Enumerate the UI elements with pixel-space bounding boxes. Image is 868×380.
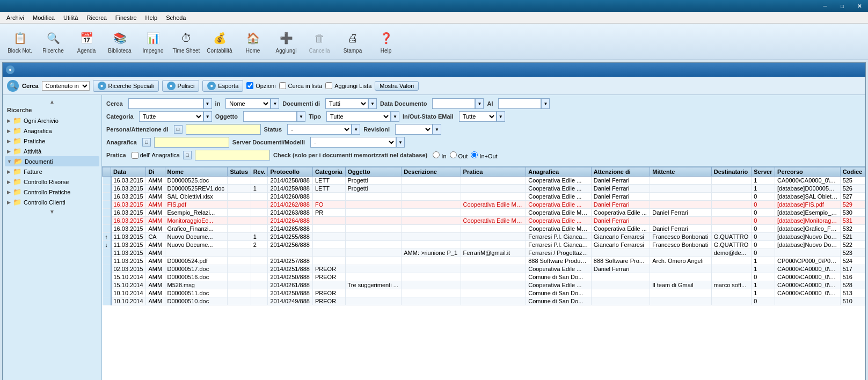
table-row[interactable]: 02.03.2015AMMD00000517.doc2014/0251/888P… [103,265,865,273]
status-dropdown-btn[interactable]: ▼ [352,124,360,135]
table-row[interactable]: 15.10.2014AMMD00000516.doc2014/0250/888P… [103,273,865,281]
sidebar-item-documenti[interactable]: ▼ 📂 Documenti [5,156,99,166]
anagrafica-input[interactable] [154,137,229,148]
menu-scheda[interactable]: Scheda [162,13,190,22]
col-nome[interactable]: Nome [165,167,228,177]
data-to-input[interactable] [498,98,541,109]
search-icon-btn[interactable]: 🔍 [7,80,19,92]
cancella-button[interactable]: 🗑 Cancella [304,26,335,57]
revisioni-select[interactable] [395,124,433,135]
status-select[interactable]: - [287,124,352,135]
persona-input[interactable] [186,124,261,135]
table-row[interactable]: 10.10.2014AMMD00000510.doc2014/0249/888P… [103,297,865,305]
categoria-select[interactable]: Tutte [139,111,203,122]
minimize-button[interactable]: ─ [816,0,834,12]
opzioni-checkbox-label[interactable]: Opzioni [246,82,275,89]
col-categoria[interactable]: Categoria [312,167,345,177]
table-row[interactable]: 16.03.2015AMMD00000525REV1.doc12014/0259… [103,185,865,193]
table-row[interactable]: 15.10.2014AMMM528.msg2014/0261/888Tre su… [103,281,865,289]
categoria-dropdown-btn[interactable]: ▼ [203,111,212,122]
table-row[interactable]: 16.03.2015AMMFIS.pdf2014/0262/888FOCoope… [103,201,865,209]
col-di[interactable]: Di [146,167,165,177]
home-button[interactable]: 🏠 Home [237,26,268,57]
data-from-dropdown-btn[interactable]: ▼ [475,98,484,109]
col-attenzione[interactable]: Attenzione di [591,167,650,177]
agenda-button[interactable]: 📅 Agenda [71,26,102,57]
col-destinatario[interactable]: Destinatario [711,167,752,177]
dell-anagrafica-label[interactable]: dell' Anagrafica [132,152,180,159]
sidebar-item-controllo-risorse[interactable]: ▶ 📁 Controllo Risorse [5,177,99,187]
data-from-input[interactable] [432,98,475,109]
col-anagrafica[interactable]: Anagrafica [526,167,592,177]
in-dropdown-btn[interactable]: ▼ [271,98,279,109]
radio-in-label[interactable]: In [433,151,446,159]
col-status[interactable]: Status [228,167,251,177]
table-row[interactable]: ↑11.03.2015CANuovo Docume...12014/0255/8… [103,233,865,241]
cerca-in-lista-checkbox[interactable] [279,82,286,89]
opzioni-checkbox[interactable] [246,82,253,89]
cerca-dropdown-btn[interactable]: ▼ [203,98,212,109]
table-row[interactable]: 10.10.2014AMMD00000511.doc2014/0250/888P… [103,289,865,297]
table-row[interactable]: 11.03.2015AMMAMM: >riunione P_1FerrariM@… [103,249,865,257]
documenti-di-dropdown-btn[interactable]: ▼ [368,98,377,109]
sidebar-scroll-up[interactable]: ▲ [5,97,99,106]
aggiungi-lista-checkbox-label[interactable]: Aggiungi Lista [325,82,371,89]
sidebar-item-pratiche[interactable]: ▶ 📁 Pratiche [5,136,99,146]
esporta-button[interactable]: ● Esporta [202,80,243,92]
aggiungi-button[interactable]: ➕ Aggiungi [271,26,302,57]
pratica-icon-btn[interactable]: □ [183,151,192,159]
revisioni-dropdown-btn[interactable]: ▼ [433,124,441,135]
col-pratica[interactable]: Pratica [461,167,526,177]
tipo-dropdown-btn[interactable]: ▼ [391,111,399,122]
time-sheet-button[interactable]: ⏱ Time Sheet [171,26,202,57]
block-not-button[interactable]: 📋 Block Not. [4,26,35,57]
radio-inout-label[interactable]: In+Out [471,151,497,159]
table-row[interactable]: 16.03.2015AMMD00000525.doc2014/0258/888L… [103,177,865,185]
table-row[interactable]: 16.03.2015AMMGrafico_Finanzi...2014/0265… [103,225,865,233]
sidebar-item-ogni-archivio[interactable]: ▶ 📁 Ogni Archivio [5,115,99,126]
radio-out-label[interactable]: Out [450,151,468,159]
persona-icon-btn[interactable]: □ [174,125,183,134]
col-codice[interactable]: Codice [840,167,865,177]
sidebar-item-controllo-pratiche[interactable]: ▶ 📁 Controllo Pratiche [5,187,99,197]
table-row[interactable]: 16.03.2015AMMMonitoraggioEc...2014/0264/… [103,217,865,225]
col-rev[interactable]: Rev. [251,167,268,177]
table-row[interactable]: 16.03.2015AMMSAL Obiettivi.xlsx2014/0260… [103,193,865,201]
table-row[interactable]: 16.03.2015AMMEsempio_Relazi...2014/0263/… [103,209,865,217]
radio-in[interactable] [433,151,440,158]
menu-utilita[interactable]: Utilità [59,13,83,22]
sidebar-scroll-down[interactable]: ▼ [5,207,99,216]
menu-modifica[interactable]: Modifica [28,13,59,22]
aggiungi-lista-checkbox[interactable] [325,82,332,89]
ricerche-button[interactable]: 🔍 Ricerche [38,26,69,57]
table-row[interactable]: ↓11.03.2015AMMNuovo Docume...22014/0256/… [103,241,865,249]
oggetto-dropdown-btn[interactable]: ▼ [297,111,305,122]
impegno-button[interactable]: 📊 Impegno [137,26,169,57]
documenti-di-select[interactable]: Tutti [325,98,368,109]
inout-dropdown-btn[interactable]: ▼ [497,111,505,122]
data-to-dropdown-btn[interactable]: ▼ [541,98,550,109]
sidebar-item-fatture[interactable]: ▶ 📁 Fatture [5,166,99,177]
sidebar-item-controllo-clienti[interactable]: ▶ 📁 Controllo Clienti [5,197,99,207]
help-button[interactable]: ❓ Help [370,26,402,57]
pratica-input[interactable] [195,150,270,160]
radio-out[interactable] [450,151,457,158]
cerca-input[interactable] [128,98,203,109]
sidebar-item-anagrafica[interactable]: ▶ 📁 Anagrafica [5,126,99,136]
maximize-button[interactable]: □ [834,0,851,12]
server-doc-select[interactable]: - [310,137,396,148]
cerca-in-lista-checkbox-label[interactable]: Cerca in lista [279,82,323,89]
mostra-valori-button[interactable]: Mostra Valori [375,81,419,91]
contabilita-button[interactable]: 💰 Contabilità [204,26,235,57]
tipo-select[interactable]: Tutte [326,111,391,122]
menu-help[interactable]: Help [141,13,162,22]
col-data[interactable]: Data [111,167,146,177]
close-button[interactable]: ✕ [851,0,868,12]
in-select[interactable]: Nome Oggetto Descrizione [225,98,271,109]
table-row[interactable]: 11.03.2015AMMD00000524.pdf2014/0257/8888… [103,257,865,265]
search-type-select[interactable]: Contenuto in Inizia con Uguale a [42,81,90,91]
col-server[interactable]: Server [752,167,775,177]
col-mittente[interactable]: Mittente [650,167,711,177]
menu-archivi[interactable]: Archivi [2,13,28,22]
anagrafica-icon-btn[interactable]: □ [142,138,151,147]
